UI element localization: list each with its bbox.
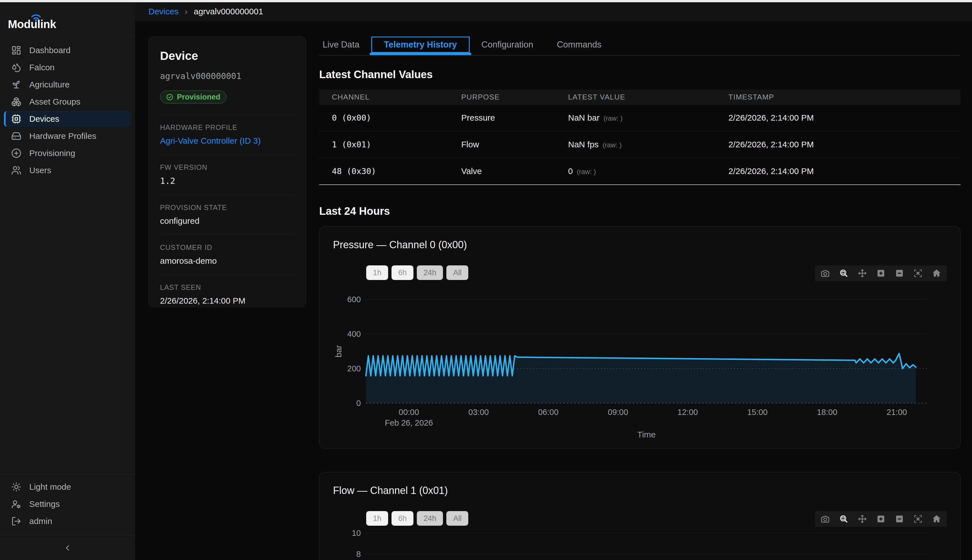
logout-admin-button[interactable]: admin bbox=[4, 513, 131, 529]
sidebar-item-label: Provisioning bbox=[29, 148, 75, 158]
tab-configuration[interactable]: Configuration bbox=[470, 37, 545, 53]
field-value: 1.2 bbox=[160, 176, 294, 186]
svg-text:400: 400 bbox=[347, 330, 361, 338]
field-value: configured bbox=[160, 216, 294, 226]
field-customer-id: CUSTOMER ID amorosa-demo bbox=[160, 235, 294, 266]
svg-text:18:00: 18:00 bbox=[817, 408, 837, 417]
range-button-all[interactable]: All bbox=[446, 511, 468, 526]
sidebar-collapse-button[interactable] bbox=[0, 536, 135, 560]
pan-icon[interactable] bbox=[857, 514, 867, 524]
cell-channel: 48 (0x30) bbox=[332, 167, 461, 176]
sprout-icon bbox=[11, 80, 22, 90]
range-buttons: 1h6h24hAll bbox=[366, 265, 468, 280]
settings-button[interactable]: Settings bbox=[4, 496, 131, 512]
svg-text:200: 200 bbox=[347, 364, 361, 373]
range-button-24h[interactable]: 24h bbox=[417, 511, 443, 526]
cell-channel: 0 (0x00) bbox=[332, 113, 461, 123]
reset-home-icon[interactable] bbox=[932, 514, 942, 524]
zoom-out-icon[interactable] bbox=[894, 514, 905, 524]
status-badge: Provisioned bbox=[160, 90, 226, 103]
sidebar-item-falcon[interactable]: Falcon bbox=[4, 60, 131, 75]
range-button-6h[interactable]: 6h bbox=[391, 265, 413, 280]
range-button-6h[interactable]: 6h bbox=[391, 511, 413, 526]
app-title: Modulink bbox=[8, 18, 56, 31]
cell-channel: 1 (0x01) bbox=[332, 140, 461, 149]
pressure-chart-title: Pressure — Channel 0 (0x00) bbox=[333, 239, 947, 251]
range-button-24h[interactable]: 24h bbox=[417, 265, 443, 280]
channel-values-table: CHANNEL PURPOSE LATEST VALUE TIMESTAMP 0… bbox=[319, 90, 960, 185]
sidebar-item-users[interactable]: Users bbox=[4, 162, 131, 178]
pressure-chart-plot[interactable]: 0200400600bar00:00Feb 26, 202603:0006:00… bbox=[333, 283, 947, 440]
field-fw-version: FW VERSION 1.2 bbox=[160, 155, 294, 186]
camera-icon[interactable] bbox=[820, 514, 830, 524]
col-latest-value: LATEST VALUE bbox=[568, 93, 728, 102]
col-purpose: PURPOSE bbox=[461, 93, 568, 102]
sidebar-item-devices[interactable]: Devices bbox=[4, 111, 131, 127]
cell-timestamp: 2/26/2026, 2:14:00 PM bbox=[728, 167, 960, 176]
cell-purpose: Valve bbox=[461, 167, 568, 176]
range-button-1h[interactable]: 1h bbox=[366, 265, 388, 280]
flow-chart-card: Flow — Channel 1 (0x01) 1h6h24hAll 1086 bbox=[319, 472, 960, 560]
sidebar-item-dashboard[interactable]: Dashboard bbox=[4, 42, 131, 58]
breadcrumb-current: agrvalv000000001 bbox=[194, 7, 263, 16]
flow-chart-toolbar: 1h6h24hAll bbox=[333, 511, 947, 527]
cell-latest-value: NaN fps(raw: ) bbox=[568, 140, 728, 149]
svg-text:00:00: 00:00 bbox=[399, 408, 419, 417]
range-button-all[interactable]: All bbox=[446, 265, 468, 280]
flow-chart-title: Flow — Channel 1 (0x01) bbox=[333, 485, 947, 497]
zoom-out-icon[interactable] bbox=[894, 268, 905, 278]
sidebar-item-asset-groups[interactable]: Asset Groups bbox=[4, 94, 131, 110]
zoom-icon[interactable] bbox=[839, 514, 849, 524]
sidebar-item-hardware-profiles[interactable]: Hardware Profiles bbox=[4, 128, 131, 144]
light-mode-toggle[interactable]: Light mode bbox=[4, 479, 131, 495]
sidebar-item-label: Users bbox=[29, 166, 51, 175]
zoom-in-icon[interactable] bbox=[876, 514, 886, 524]
circle-plus-icon bbox=[11, 148, 22, 158]
cell-purpose: Pressure bbox=[461, 113, 568, 123]
svg-text:Feb 26, 2026: Feb 26, 2026 bbox=[385, 418, 433, 427]
breadcrumb: Devices › agrvalv000000001 bbox=[135, 2, 972, 21]
reset-home-icon[interactable] bbox=[932, 268, 942, 278]
breadcrumb-devices-link[interactable]: Devices bbox=[149, 7, 179, 16]
field-label: HARDWARE PROFILE bbox=[160, 123, 294, 132]
sidebar-item-label: Agriculture bbox=[29, 80, 70, 89]
field-label: FW VERSION bbox=[160, 163, 294, 172]
window-top-strip bbox=[0, 0, 972, 2]
tab-commands[interactable]: Commands bbox=[545, 37, 613, 53]
svg-text:8: 8 bbox=[356, 550, 361, 558]
sidebar-footer: Light mode Settings admin bbox=[0, 474, 135, 535]
settings-label: Settings bbox=[29, 499, 60, 509]
sidebar-item-provisioning[interactable]: Provisioning bbox=[4, 145, 131, 161]
zoom-icon[interactable] bbox=[839, 268, 849, 278]
camera-icon[interactable] bbox=[820, 268, 830, 278]
chevron-left-icon bbox=[63, 543, 72, 552]
modebar bbox=[815, 265, 947, 281]
svg-text:10: 10 bbox=[352, 528, 361, 538]
table-row: 1 (0x01) Flow NaN fps(raw: ) 2/26/2026, … bbox=[319, 131, 960, 158]
table-header-row: CHANNEL PURPOSE LATEST VALUE TIMESTAMP bbox=[319, 90, 960, 104]
user-gear-icon bbox=[11, 499, 22, 509]
hardware-profile-link[interactable]: Agri-Valve Controller (ID 3) bbox=[160, 136, 294, 146]
autoscale-icon[interactable] bbox=[913, 514, 923, 524]
field-value: amorosa-demo bbox=[160, 256, 294, 266]
pressure-chart-toolbar: 1h6h24hAll bbox=[333, 265, 947, 281]
autoscale-icon[interactable] bbox=[913, 268, 923, 278]
device-panel: Device agrvalv000000001 Provisioned HARD… bbox=[149, 37, 306, 307]
hard-drive-icon bbox=[11, 131, 22, 141]
light-mode-label: Light mode bbox=[29, 482, 71, 492]
sidebar-item-label: Hardware Profiles bbox=[29, 131, 96, 141]
sun-icon bbox=[11, 482, 22, 492]
raw-text: (raw: ) bbox=[604, 114, 623, 122]
boxes-icon bbox=[11, 97, 22, 107]
flow-chart-plot[interactable]: 1086 bbox=[333, 528, 947, 560]
field-hardware-profile: HARDWARE PROFILE Agri-Valve Controller (… bbox=[160, 115, 294, 146]
table-row: 48 (0x30) Valve 0(raw: ) 2/26/2026, 2:14… bbox=[319, 158, 960, 184]
range-button-1h[interactable]: 1h bbox=[366, 511, 388, 526]
svg-text:600: 600 bbox=[347, 295, 361, 304]
pan-icon[interactable] bbox=[857, 268, 867, 278]
tab-live-data[interactable]: Live Data bbox=[319, 37, 371, 53]
tab-telemetry-history[interactable]: Telemetry History bbox=[371, 37, 470, 53]
zoom-in-icon[interactable] bbox=[876, 268, 886, 278]
raw-text: (raw: ) bbox=[577, 168, 596, 175]
sidebar-item-agriculture[interactable]: Agriculture bbox=[4, 77, 131, 92]
